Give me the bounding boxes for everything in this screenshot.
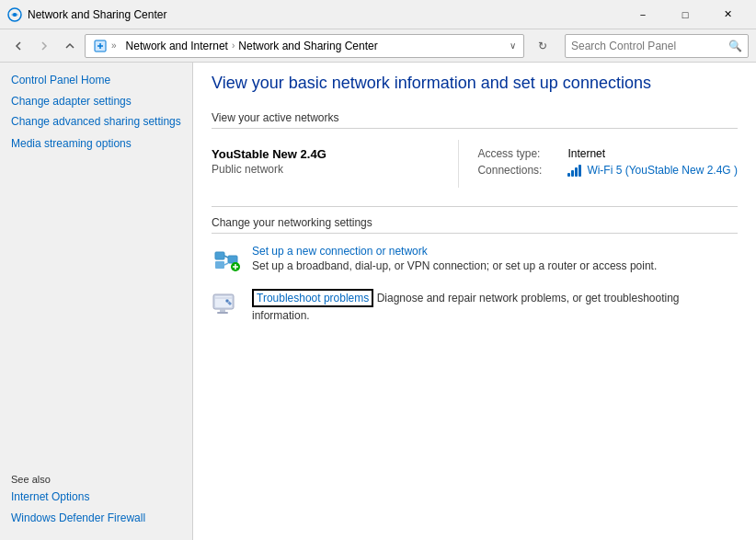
troubleshoot-item: Troubleshoot problems Diagnose and repai… — [212, 289, 738, 322]
network-info: YouStable New 2.4G Public network — [212, 140, 458, 188]
search-input[interactable] — [571, 40, 728, 52]
connections-row: Connections: Wi-Fi 5 (YouStable New 2.4G… — [477, 164, 738, 177]
access-type-row: Access type: Internet — [477, 147, 738, 160]
section-divider — [212, 206, 738, 207]
svg-rect-4 — [215, 261, 224, 269]
svg-point-1 — [13, 13, 17, 17]
content-area: View your basic network information and … — [193, 63, 756, 540]
network-name: YouStable New 2.4G — [212, 147, 458, 161]
breadcrumb-segment2: Network and Sharing Center — [238, 40, 377, 52]
see-also-section: See also Internet Options Windows Defend… — [11, 474, 181, 531]
sidebar-internet-options[interactable]: Internet Options — [11, 488, 181, 506]
svg-line-7 — [224, 263, 228, 265]
wifi-connection-link[interactable]: Wi-Fi 5 (YouStable New 2.4G ) — [567, 164, 738, 177]
sidebar-item-control-panel-home[interactable]: Control Panel Home — [11, 72, 181, 89]
troubleshoot-text: Troubleshoot problems Diagnose and repai… — [252, 289, 738, 322]
networks-panel: YouStable New 2.4G Public network Access… — [212, 140, 738, 188]
back-button[interactable] — [7, 35, 29, 57]
refresh-button[interactable]: ↻ — [532, 35, 554, 57]
networking-settings-label: Change your networking settings — [212, 216, 738, 234]
svg-rect-5 — [228, 256, 237, 263]
svg-rect-3 — [215, 252, 224, 259]
sidebar-item-change-advanced[interactable]: Change advanced sharing settings — [11, 114, 181, 130]
connections-label: Connections: — [477, 164, 560, 177]
network-type: Public network — [212, 163, 458, 176]
sidebar-windows-firewall[interactable]: Windows Defender Firewall — [11, 510, 181, 527]
svg-point-16 — [225, 299, 229, 303]
networking-settings-section: Change your networking settings — [212, 216, 738, 322]
new-connection-icon — [212, 245, 241, 274]
minimize-button[interactable]: − — [622, 0, 664, 29]
new-connection-item: Set up a new connection or network Set u… — [212, 245, 738, 274]
window-controls: − □ ✕ — [622, 0, 749, 29]
active-networks-label: View your active networks — [212, 111, 738, 129]
breadcrumb: Network and Internet › Network and Shari… — [126, 40, 504, 52]
nav-bar: » Network and Internet › Network and Sha… — [0, 29, 756, 63]
access-type-label: Access type: — [477, 147, 560, 160]
new-connection-link[interactable]: Set up a new connection or network — [252, 245, 738, 258]
wifi-link-label: Wi-Fi 5 (YouStable New 2.4G ) — [587, 164, 738, 177]
forward-button[interactable] — [33, 35, 55, 57]
svg-line-6 — [224, 256, 228, 258]
wifi-bars-icon — [567, 165, 581, 177]
network-details: Access type: Internet Connections: Wi-Fi — [458, 140, 738, 188]
troubleshoot-icon — [212, 289, 241, 318]
up-button[interactable] — [59, 35, 81, 57]
title-bar: Network and Sharing Center − □ ✕ — [0, 0, 756, 29]
page-title: View your basic network information and … — [212, 74, 738, 98]
search-box[interactable]: 🔍 — [565, 34, 749, 58]
address-bar[interactable]: » Network and Internet › Network and Sha… — [85, 34, 524, 58]
close-button[interactable]: ✕ — [706, 0, 749, 29]
troubleshoot-link[interactable]: Troubleshoot problems — [252, 289, 373, 307]
new-connection-text: Set up a new connection or network Set u… — [252, 245, 738, 272]
svg-rect-14 — [220, 309, 225, 312]
window-title: Network and Sharing Center — [28, 8, 622, 21]
address-dropdown-icon[interactable]: ∨ — [510, 40, 516, 51]
sidebar: Control Panel Home Change adapter settin… — [0, 63, 193, 540]
sidebar-item-media-streaming[interactable]: Media streaming options — [11, 135, 181, 153]
sidebar-item-change-adapter[interactable]: Change adapter settings — [11, 93, 181, 110]
main-layout: Control Panel Home Change adapter settin… — [0, 63, 756, 540]
breadcrumb-segment1: Network and Internet — [126, 40, 228, 52]
see-also-label: See also — [11, 474, 181, 485]
new-connection-desc: Set up a broadband, dial-up, or VPN conn… — [252, 259, 657, 272]
svg-rect-15 — [217, 312, 228, 314]
search-icon: 🔍 — [728, 40, 742, 52]
access-type-value: Internet — [567, 147, 605, 160]
maximize-button[interactable]: □ — [664, 0, 706, 29]
window-icon — [7, 7, 22, 22]
